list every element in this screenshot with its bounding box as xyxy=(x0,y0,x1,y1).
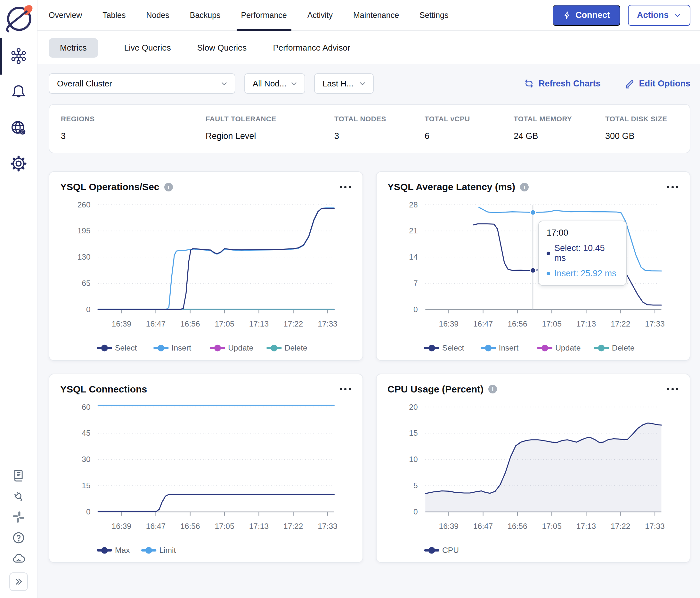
chart-menu-button[interactable] xyxy=(339,385,352,393)
time-range-select[interactable]: Last H... xyxy=(314,73,374,94)
refresh-charts-link[interactable]: Refresh Charts xyxy=(524,78,601,89)
subtab-performance-advisor[interactable]: Performance Advisor xyxy=(273,43,350,53)
connect-button[interactable]: Connect xyxy=(553,5,620,26)
cpu-usage-chart-card: CPU Usage (Percent) i 0510152016:3916:47… xyxy=(376,373,691,563)
stat-total-disk-size: TOTAL DISK SIZE 300 GB xyxy=(605,115,690,141)
sidebar xyxy=(0,0,38,598)
svg-text:16:39: 16:39 xyxy=(439,521,458,530)
svg-text:17:22: 17:22 xyxy=(611,319,630,328)
stat-label: FAULT TOLERANCE xyxy=(206,115,334,123)
subtab-slow-queries[interactable]: Slow Queries xyxy=(197,43,247,53)
sidebar-expand-button[interactable] xyxy=(9,572,28,591)
svg-text:17:33: 17:33 xyxy=(645,521,665,530)
cluster-tabs: Overview Tables Nodes Backups Performanc… xyxy=(49,0,448,30)
ysql-connections-chart-card: YSQL Connections 01530456016:3916:4716:5… xyxy=(49,373,363,563)
svg-text:16:39: 16:39 xyxy=(112,521,131,530)
chart-title: YSQL Average Latency (ms) xyxy=(388,182,515,192)
subtab-metrics[interactable]: Metrics xyxy=(49,38,98,58)
ysql-latency-chart-card: YSQL Average Latency (ms) i 0714212816:3… xyxy=(376,171,691,361)
bell-icon xyxy=(10,83,27,101)
svg-text:16:47: 16:47 xyxy=(473,319,493,328)
svg-text:Insert: Insert xyxy=(499,343,519,352)
chart-action-links: Refresh Charts Edit Options xyxy=(524,78,691,89)
edit-options-label: Edit Options xyxy=(639,79,691,89)
svg-text:16:47: 16:47 xyxy=(146,319,166,328)
tab-nodes[interactable]: Nodes xyxy=(146,0,169,30)
edit-options-link[interactable]: Edit Options xyxy=(624,78,691,89)
stat-value: 24 GB xyxy=(514,131,605,141)
svg-text:17:05: 17:05 xyxy=(215,319,234,328)
tab-settings[interactable]: Settings xyxy=(420,0,448,30)
sidebar-bottom-icons xyxy=(9,468,28,591)
svg-text:17:13: 17:13 xyxy=(249,319,269,328)
info-icon[interactable]: i xyxy=(488,385,497,393)
svg-text:0: 0 xyxy=(86,508,91,516)
sidebar-item-alerts[interactable] xyxy=(10,83,27,101)
svg-text:Limit: Limit xyxy=(159,546,176,554)
plug-icon xyxy=(11,489,26,503)
cpu-usage-chart: 0510152016:3916:4716:5617:0517:1317:2217… xyxy=(388,395,679,558)
tab-activity[interactable]: Activity xyxy=(307,0,333,30)
info-icon[interactable]: i xyxy=(164,183,173,191)
ysql-operations-chart-card: YSQL Operations/Sec i 06513019526016:391… xyxy=(49,171,363,361)
sidebar-item-network[interactable] xyxy=(10,119,27,136)
tab-tables[interactable]: Tables xyxy=(102,0,126,30)
sidebar-top-icons xyxy=(10,47,27,172)
tab-backups[interactable]: Backups xyxy=(190,0,221,30)
cluster-select[interactable]: Overall Cluster xyxy=(49,73,235,94)
svg-text:Select: Select xyxy=(115,343,137,352)
svg-text:17:33: 17:33 xyxy=(318,319,337,328)
svg-text:16:39: 16:39 xyxy=(439,319,458,328)
svg-text:260: 260 xyxy=(77,200,91,209)
slack-icon xyxy=(11,510,26,524)
chevron-down-icon xyxy=(674,11,681,19)
chart-menu-button[interactable] xyxy=(666,385,679,393)
pencil-icon xyxy=(624,78,635,89)
planet-logo-icon xyxy=(3,2,34,33)
app-window: Overview Tables Nodes Backups Performanc… xyxy=(0,0,700,598)
tab-performance[interactable]: Performance xyxy=(241,0,287,30)
svg-text:Select: Select xyxy=(442,343,464,352)
svg-text:Delete: Delete xyxy=(612,343,635,352)
sidebar-item-clusters[interactable] xyxy=(10,47,27,65)
refresh-charts-label: Refresh Charts xyxy=(539,79,601,89)
svg-text:130: 130 xyxy=(77,253,91,261)
chart-header: CPU Usage (Percent) i xyxy=(388,384,679,395)
info-icon[interactable]: i xyxy=(520,183,529,191)
svg-text:0: 0 xyxy=(414,508,418,516)
svg-text:Insert: Insert xyxy=(172,343,192,352)
chart-menu-button[interactable] xyxy=(666,183,679,191)
subtab-live-queries[interactable]: Live Queries xyxy=(124,43,171,53)
chart-header: YSQL Average Latency (ms) i xyxy=(388,182,679,192)
svg-text:16:39: 16:39 xyxy=(112,319,131,328)
chevron-down-icon xyxy=(220,79,228,88)
nodes-select[interactable]: All Nod... xyxy=(244,73,305,94)
svg-text:30: 30 xyxy=(82,455,90,464)
sidebar-item-docs[interactable] xyxy=(11,468,26,483)
double-chevron-right-icon xyxy=(14,577,23,587)
stat-label: TOTAL NODES xyxy=(334,115,425,123)
active-rail-indicator xyxy=(0,38,2,75)
tab-overview[interactable]: Overview xyxy=(49,0,82,30)
chevron-down-icon xyxy=(358,79,367,88)
sidebar-item-integrations[interactable] xyxy=(11,489,26,503)
sidebar-item-help[interactable] xyxy=(11,531,26,545)
svg-text:17:22: 17:22 xyxy=(283,521,303,530)
tooltip-insert-row: Insert: 25.92 ms xyxy=(547,268,618,279)
actions-button[interactable]: Actions xyxy=(628,5,691,26)
chart-menu-button[interactable] xyxy=(339,183,352,191)
stat-total-vcpu: TOTAL vCPU 6 xyxy=(425,115,514,141)
yugabyte-logo[interactable] xyxy=(3,2,34,34)
svg-text:17:13: 17:13 xyxy=(576,521,596,530)
stat-value: 3 xyxy=(61,131,206,141)
svg-text:17:13: 17:13 xyxy=(249,521,269,530)
tab-maintenance[interactable]: Maintenance xyxy=(353,0,399,30)
book-icon xyxy=(11,468,26,483)
sidebar-item-slack[interactable] xyxy=(11,510,26,524)
svg-text:17:22: 17:22 xyxy=(611,521,630,530)
tooltip-select-row: Select: 10.45 ms xyxy=(547,243,618,263)
ysql-latency-chart: 0714212816:3916:4716:5617:0517:1317:2217… xyxy=(388,193,679,356)
sidebar-item-settings[interactable] xyxy=(10,155,27,172)
svg-text:5: 5 xyxy=(414,481,418,490)
sidebar-item-status[interactable] xyxy=(11,552,26,566)
